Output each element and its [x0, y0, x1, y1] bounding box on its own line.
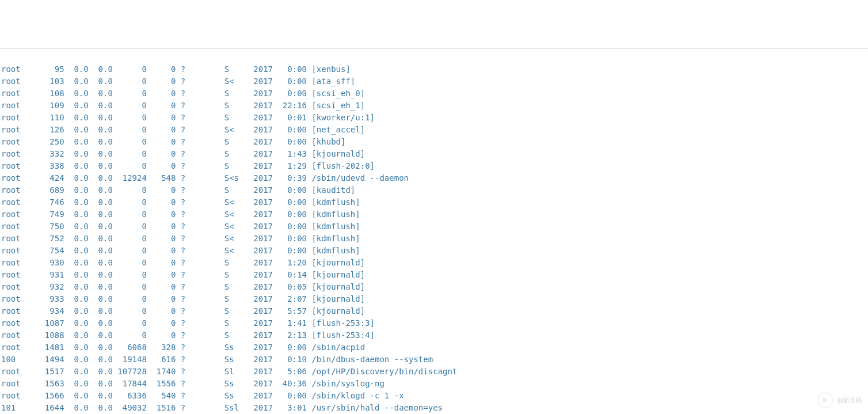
process-row: root 108 0.0 0.0 0 0 ? S 2017 0:00 [scsi…: [1, 88, 867, 100]
process-row: root 932 0.0 0.0 0 0 ? S 2017 0:05 [kjou…: [1, 281, 867, 293]
process-row: root 1563 0.0 0.0 17844 1556 ? Ss 2017 4…: [1, 378, 867, 390]
process-row: root 931 0.0 0.0 0 0 ? S 2017 0:14 [kjou…: [1, 269, 867, 281]
process-row: root 1087 0.0 0.0 0 0 ? S 2017 1:41 [flu…: [1, 317, 867, 329]
process-row: root 1517 0.0 0.0 107728 1740 ? Sl 2017 …: [1, 366, 867, 378]
process-row: root 109 0.0 0.0 0 0 ? S 2017 22:16 [scs…: [1, 100, 867, 112]
process-row: root 689 0.0 0.0 0 0 ? S 2017 0:00 [kaud…: [1, 184, 867, 196]
process-row: root 332 0.0 0.0 0 0 ? S 2017 1:43 [kjou…: [1, 148, 867, 160]
process-row: root 95 0.0 0.0 0 0 ? S 2017 0:00 [xenbu…: [1, 63, 867, 75]
process-list: root 95 0.0 0.0 0 0 ? S 2017 0:00 [xenbu…: [0, 61, 868, 414]
process-row: root 933 0.0 0.0 0 0 ? S 2017 2:07 [kjou…: [1, 293, 867, 305]
process-row: root 746 0.0 0.0 0 0 ? S< 2017 0:00 [kdm…: [1, 196, 867, 208]
process-row: root 934 0.0 0.0 0 0 ? S 2017 5:57 [kjou…: [1, 305, 867, 317]
process-row: root 1481 0.0 0.0 6068 328 ? Ss 2017 0:0…: [1, 341, 867, 354]
process-row: root 1566 0.0 0.0 6336 540 ? Ss 2017 0:0…: [1, 390, 867, 402]
process-row: root 749 0.0 0.0 0 0 ? S< 2017 0:00 [kdm…: [1, 208, 867, 221]
watermark-logo: 创新互联: [817, 392, 862, 408]
process-row: root 126 0.0 0.0 0 0 ? S< 2017 0:00 [net…: [1, 124, 867, 136]
process-row: root 338 0.0 0.0 0 0 ? S 2017 1:29 [flus…: [1, 160, 867, 172]
top-divider: [0, 48, 868, 49]
process-row: root 1088 0.0 0.0 0 0 ? S 2017 2:13 [flu…: [1, 329, 867, 341]
process-row: root 754 0.0 0.0 0 0 ? S< 2017 0:00 [kdm…: [1, 245, 867, 257]
process-row: root 250 0.0 0.0 0 0 ? S 2017 0:00 [khub…: [1, 136, 867, 148]
watermark-text: 创新互联: [837, 394, 862, 407]
process-row: root 930 0.0 0.0 0 0 ? S 2017 1:20 [kjou…: [1, 257, 867, 269]
process-row: root 103 0.0 0.0 0 0 ? S< 2017 0:00 [ata…: [1, 75, 867, 88]
process-row: root 110 0.0 0.0 0 0 ? S 2017 0:01 [kwor…: [1, 112, 867, 124]
process-row: root 424 0.0 0.0 12924 548 ? S<s 2017 0:…: [1, 172, 867, 184]
process-row: 101 1644 0.0 0.0 49032 1516 ? Ssl 2017 3…: [1, 402, 867, 414]
process-row: 100 1494 0.0 0.0 19148 616 ? Ss 2017 0:1…: [1, 354, 867, 366]
logo-icon: [817, 392, 833, 408]
process-row: root 750 0.0 0.0 0 0 ? S< 2017 0:00 [kdm…: [1, 221, 867, 233]
process-row: root 752 0.0 0.0 0 0 ? S< 2017 0:00 [kdm…: [1, 233, 867, 245]
